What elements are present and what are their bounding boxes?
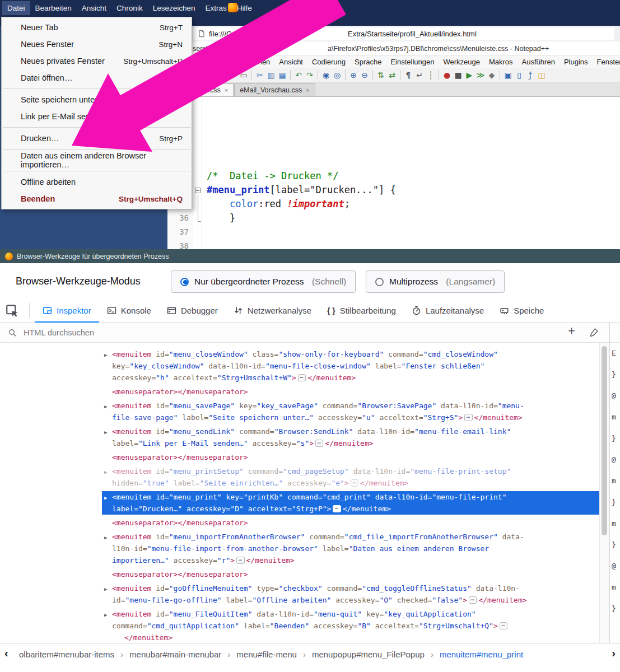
inline-expander-badge[interactable]: ⋯ <box>333 505 341 512</box>
markup-line[interactable]: importieren…" accesskey="r">⋯</menuitem> <box>102 554 599 566</box>
expand-arrow-icon[interactable]: ▶ <box>104 427 112 438</box>
npp-menu-codierung[interactable]: Codierung <box>307 58 350 66</box>
npp-toolbar-show-all-chars-icon[interactable]: ↵ <box>414 69 425 81</box>
inline-expander-badge[interactable]: ⋯ <box>315 440 323 447</box>
npp-toolbar-zoom-out-icon[interactable]: ⊖ <box>359 69 370 81</box>
markup-line[interactable]: ▶<menuitem id="menu_closeWindow" class="… <box>102 348 599 360</box>
tab-stilbearbeitung[interactable]: { }Stilbearbeitung <box>319 298 404 323</box>
add-node-button[interactable]: + <box>568 324 575 338</box>
markup-line[interactable]: <menuseparator></menuseparator> <box>102 386 599 398</box>
close-icon[interactable]: × <box>306 87 309 94</box>
close-icon[interactable]: × <box>225 87 228 94</box>
npp-toolbar-save-icon[interactable]: ◆ <box>193 69 204 81</box>
breadcrumb-scroll-right-icon[interactable]: › <box>612 647 616 660</box>
menubar-item-chronik[interactable]: Chronik <box>111 1 148 15</box>
npp-toolbar-zoom-in-icon[interactable]: ⊕ <box>348 69 359 81</box>
npp-toolbar-save-all-icon[interactable]: ◈ <box>204 69 216 81</box>
npp-menu-werkzeuge[interactable]: Werkzeuge <box>439 58 484 66</box>
npp-menu-suchen[interactable]: Suchen <box>241 58 274 66</box>
markup-line[interactable]: id="menu-file-go-offline" label="Offline… <box>102 594 599 606</box>
expand-arrow-icon[interactable]: ▶ <box>104 492 112 504</box>
npp-toolbar-monitor-icon[interactable]: ▣ <box>502 69 514 81</box>
url-bar[interactable]: file:///G:/Softw Extra/Startseite/profil… <box>193 27 614 40</box>
file-menu-item[interactable]: Neuer TabStrg+T <box>2 19 192 36</box>
markup-line[interactable]: <menuseparator></menuseparator> <box>102 451 599 463</box>
menubar-addon-icon[interactable] <box>228 3 237 12</box>
markup-line[interactable]: ▶<menuitem id="menu_FileQuitItem" data-l… <box>102 608 599 620</box>
toolbox-titlebar[interactable]: Browser-Werkzeuge für übergeordneten Pro… <box>0 249 620 263</box>
markup-line[interactable]: file-save-page" label="Seite speichern u… <box>102 412 599 423</box>
breadcrumb-item[interactable]: menupopup#menu_FilePopup <box>312 650 425 659</box>
expand-arrow-icon[interactable]: ▶ <box>104 584 112 595</box>
npp-menu-einstellungen[interactable]: Einstellungen <box>386 58 439 66</box>
breadcrumb-item[interactable]: olbaritem#menubar-items <box>19 650 114 659</box>
npp-toolbar-print-icon[interactable]: ▭ <box>238 69 249 81</box>
eyedropper-icon[interactable] <box>589 328 599 337</box>
npp-toolbar-cut-icon[interactable]: ✂ <box>254 69 265 81</box>
npp-toolbar-record-macro-icon[interactable]: ● <box>441 69 453 81</box>
npp-toolbar-play-macro-icon[interactable]: ▶ <box>464 69 475 81</box>
npp-menu-ansicht[interactable]: Ansicht <box>274 58 307 66</box>
markup-line[interactable]: label="Drucken…" accesskey="D" acceltext… <box>102 503 599 515</box>
markup-line[interactable]: ▶<menuitem id="menu_sendLink" command="B… <box>102 426 599 437</box>
npp-toolbar-close-all-icon[interactable]: × <box>227 69 238 81</box>
fold-collapse-icon[interactable] <box>195 188 201 193</box>
tab-konsole[interactable]: Konsole <box>99 298 159 323</box>
menubar-item-datei[interactable]: Datei <box>2 1 30 15</box>
file-menu-item[interactable]: Neues FensterStrg+N <box>2 36 192 53</box>
npp-toolbar-copy-icon[interactable]: ▥ <box>265 69 277 81</box>
tab-debugger[interactable]: Debugger <box>159 298 226 323</box>
file-menu-item[interactable]: Neues privates FensterStrg+Umschalt+P <box>2 53 192 69</box>
notepadpp-editor[interactable]: 2829303132333435363738 /* Datei -> Druck… <box>167 97 620 249</box>
expand-arrow-icon[interactable]: ▶ <box>104 466 112 478</box>
file-menu-item[interactable]: Datei öffnen… <box>2 69 192 86</box>
npp-toolbar-stop-macro-icon[interactable]: ■ <box>453 69 464 81</box>
npp-menu-plugins[interactable]: Plugins <box>560 58 593 66</box>
npp-menu-ausfhren[interactable]: Ausführen <box>518 58 560 66</box>
markup-line[interactable]: ▶<menuitem id="menu_importFromAnotherBro… <box>102 531 599 543</box>
npp-toolbar-sync-vertical-icon[interactable]: ⇅ <box>375 69 386 81</box>
inline-expander-badge[interactable]: ⋯ <box>351 479 358 487</box>
breadcrumb-scroll-left-icon[interactable]: ‹ <box>4 647 8 660</box>
markup-line[interactable]: accesskey="h" acceltext="Strg+Umschalt+W… <box>102 372 599 384</box>
file-menu-item[interactable]: Daten aus einem anderen Browser importie… <box>2 152 192 169</box>
npp-toolbar-undo-icon[interactable]: ↶ <box>293 69 304 81</box>
expand-arrow-icon[interactable]: ▶ <box>104 401 112 413</box>
menubar-item-ansicht[interactable]: Ansicht <box>77 1 111 15</box>
npp-menu-sprache[interactable]: Sprache <box>350 58 386 66</box>
npp-toolbar-redo-icon[interactable]: ↷ <box>304 69 315 81</box>
markup-line[interactable]: <menuseparator></menuseparator> <box>102 568 599 580</box>
npp-toolbar-replace-icon[interactable]: ◎ <box>332 69 343 81</box>
file-menu-item[interactable]: Drucken…Strg+P <box>2 130 192 147</box>
markup-line[interactable]: ▶<menuitem id="menu_savePage" key="key_s… <box>102 400 599 412</box>
menubar-item-bearbeiten[interactable]: Bearbeiten <box>30 1 77 15</box>
markup-line[interactable]: hidden="true" label="Seite einrichten…" … <box>102 477 599 489</box>
inline-expander-badge[interactable]: ⋯ <box>464 414 472 421</box>
npp-menu-makros[interactable]: Makros <box>484 58 518 66</box>
npp-toolbar-document-map-icon[interactable]: ▯ <box>514 69 525 81</box>
npp-menu-fenster[interactable]: Fenster <box>593 58 620 66</box>
tab-inspektor[interactable]: Inspektor <box>35 298 99 323</box>
npp-toolbar-paste-icon[interactable]: ▦ <box>277 69 288 81</box>
expand-arrow-icon[interactable]: ▶ <box>104 609 112 621</box>
notepadpp-titlebar[interactable]: N sers\DBI\ a\Firefox\Profiles\x53rps7j.… <box>167 41 620 56</box>
npp-menu-bearbeiten[interactable]: Bearbeiten <box>197 58 241 66</box>
npp-toolbar-find-icon[interactable]: ◉ <box>320 69 332 81</box>
tab-speiche[interactable]: Speiche <box>492 298 552 323</box>
inline-expander-badge[interactable]: ⋯ <box>298 374 306 381</box>
file-menu-item[interactable]: Link per E-Mail senden… <box>2 108 192 125</box>
menubar-item-extras[interactable]: Extras <box>200 1 231 15</box>
inline-expander-badge[interactable]: ⋯ <box>236 557 244 564</box>
search-input[interactable] <box>22 325 314 340</box>
markup-line[interactable]: ▶<menuitem id="menu_print" key="printKb"… <box>102 491 599 503</box>
mode-option[interactable]: Multiprozess (Langsamer) <box>366 270 505 293</box>
npp-toolbar-folder-workspace-icon[interactable]: ◫ <box>536 69 547 81</box>
breadcrumb-item[interactable]: menubar#main-menubar <box>129 650 221 659</box>
scrollbar-thumb[interactable] <box>602 346 607 535</box>
npp-toolbar-word-wrap-icon[interactable]: ¶ <box>403 69 414 81</box>
radio-icon[interactable] <box>375 278 384 286</box>
breadcrumb-item[interactable]: menuitem#menu_print <box>440 650 523 659</box>
menubar-item-lesezeichen[interactable]: Lesezeichen <box>148 1 201 15</box>
npp-toolbar-save-macro-icon[interactable]: ◆ <box>486 69 497 81</box>
inline-expander-badge[interactable]: ⋯ <box>469 596 477 604</box>
